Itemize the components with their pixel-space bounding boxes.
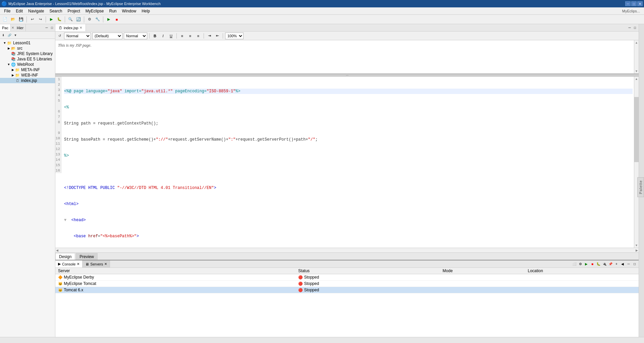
- refresh-button[interactable]: 🔄: [75, 16, 82, 23]
- undo-button[interactable]: ↩: [29, 16, 36, 23]
- close-button[interactable]: ✕: [637, 1, 643, 6]
- settings-button[interactable]: ⚙: [86, 16, 93, 23]
- servers-tab-close[interactable]: ✕: [104, 262, 107, 266]
- tab-pac-close[interactable]: ✕: [11, 26, 15, 30]
- menu-project[interactable]: Project: [65, 8, 83, 14]
- console-stop-server-button[interactable]: ■: [590, 261, 595, 267]
- redo-button[interactable]: ↪: [37, 16, 44, 23]
- split-handle[interactable]: ⋯: [55, 74, 639, 77]
- tree-toggle-webinf[interactable]: ▶: [11, 74, 15, 77]
- bold-button[interactable]: B: [152, 33, 158, 39]
- align-left-button[interactable]: ≡: [179, 33, 185, 39]
- table-row[interactable]: 🐱 Tomcat 6.x 🔴 Stopped: [55, 287, 639, 293]
- console-debug-button[interactable]: 🐛: [596, 261, 601, 267]
- editor-maximize-button[interactable]: □: [633, 26, 637, 30]
- source-view[interactable]: 1 2 3 4 5 6 7 8 9 10: [55, 77, 634, 248]
- console-minimize-button[interactable]: ─: [626, 261, 631, 267]
- scroll-down-arrow[interactable]: ▼: [635, 244, 638, 247]
- minimize-button[interactable]: ─: [625, 1, 631, 6]
- menu-help[interactable]: Help: [139, 8, 153, 14]
- tree-item-lesson01[interactable]: ▼ 📁 Lesson01: [0, 40, 55, 46]
- console-collapse-button[interactable]: ◀: [620, 261, 625, 267]
- menu-run[interactable]: Run: [106, 8, 119, 14]
- code-content[interactable]: <%@ page language="java" import="java.ut…: [63, 77, 634, 248]
- tab-indexjsp[interactable]: 🗒 index.jsp ✕: [55, 24, 86, 31]
- console-clear-button[interactable]: ⬜: [572, 261, 577, 267]
- open-button[interactable]: 📂: [9, 16, 17, 23]
- console-disconnect-button[interactable]: 🔌: [602, 261, 607, 267]
- tree-item-javaee[interactable]: 📚 Java EE 5 Libraries: [0, 56, 55, 62]
- editor-minimize-button[interactable]: ─: [627, 26, 632, 30]
- menu-bar: File Edit Navigate Search Project MyEcli…: [0, 7, 644, 15]
- paragraph-style-select[interactable]: Normal: [64, 33, 91, 39]
- preferences-button[interactable]: 🔧: [94, 16, 101, 23]
- editor-tabs: 🗒 index.jsp ✕ ─ □: [55, 24, 639, 32]
- console-settings-button[interactable]: ⚙: [578, 261, 583, 267]
- tab-hierarchy[interactable]: Hier: [15, 24, 26, 31]
- server-stop[interactable]: ■: [113, 16, 120, 23]
- maximize-panel-button[interactable]: □: [50, 26, 54, 30]
- indent-button[interactable]: ⇥: [206, 33, 213, 39]
- table-row[interactable]: 🔶 MyEclipse Derby 🔴 Stopped: [55, 274, 639, 281]
- menu-myeclipse[interactable]: MyEclipse: [83, 8, 107, 14]
- palette-panel[interactable]: Palette: [639, 24, 644, 337]
- menu-file[interactable]: File: [1, 8, 13, 14]
- outdent-button[interactable]: ⇤: [214, 33, 221, 39]
- separator4: [84, 16, 84, 22]
- tab-design[interactable]: Design: [55, 253, 75, 260]
- tab-close-indexjsp[interactable]: ✕: [79, 26, 82, 30]
- underline-button[interactable]: U: [168, 33, 174, 39]
- tree-item-indexjsp[interactable]: 🗒 index.jsp: [0, 78, 55, 83]
- align-right-button[interactable]: ≡: [195, 33, 202, 39]
- scroll-right-arrow[interactable]: ▶: [636, 249, 638, 252]
- console-add-button[interactable]: +: [614, 261, 619, 267]
- tab-preview[interactable]: Preview: [76, 253, 98, 260]
- menu-window[interactable]: Window: [119, 8, 139, 14]
- console-tab-close[interactable]: ✕: [77, 262, 79, 266]
- tree-toggle-lesson01[interactable]: ▼: [3, 41, 7, 45]
- code-line-3: String path = request.getContextPath();: [64, 121, 633, 126]
- tab-package-explorer[interactable]: Pac: [0, 24, 11, 31]
- tree-item-jre[interactable]: 📚 JRE System Library: [0, 51, 55, 56]
- new-button[interactable]: 📄: [1, 16, 9, 23]
- console-pin-button[interactable]: 📌: [608, 261, 613, 267]
- debug-button[interactable]: 🐛: [56, 16, 63, 23]
- tomcat-status-icon: 🔴: [298, 282, 303, 286]
- save-button[interactable]: 💾: [17, 16, 25, 23]
- run-button[interactable]: ▶: [48, 16, 55, 23]
- tab-console[interactable]: ▶ Console ✕: [55, 260, 83, 267]
- tab-servers[interactable]: 🖥 Servers ✕: [83, 260, 110, 267]
- tree-item-webroot[interactable]: ▼ 🌐 WebRoot: [0, 62, 55, 67]
- zoom-select[interactable]: 100%: [225, 33, 244, 39]
- tree-toggle-metainf[interactable]: ▶: [11, 68, 15, 71]
- tree-toggle-src[interactable]: ▶: [7, 47, 11, 50]
- tree-item-webinf[interactable]: ▶ 📁 WEB-INF: [0, 72, 55, 78]
- collapse-all-button[interactable]: ⬇: [1, 33, 6, 38]
- console-maximize-button[interactable]: □: [632, 261, 637, 267]
- source-scrollbar[interactable]: ▲ ▼: [634, 77, 639, 248]
- menu-navigate[interactable]: Navigate: [25, 8, 47, 14]
- design-scrollbar[interactable]: ▲ ▼: [634, 40, 639, 74]
- size-select[interactable]: Normal: [124, 33, 147, 39]
- scroll-left-arrow[interactable]: ◀: [56, 249, 58, 252]
- table-row[interactable]: 🐱 MyEclipse Tomcat 🔴 Stopped: [55, 281, 639, 287]
- format-refresh-button[interactable]: ↺: [57, 33, 63, 39]
- italic-button[interactable]: I: [160, 33, 166, 39]
- source-hscrollbar[interactable]: ◀ ▶: [55, 248, 639, 252]
- tree-toggle-webroot[interactable]: ▼: [7, 63, 11, 66]
- console-start-server-button[interactable]: ▶: [584, 261, 589, 267]
- font-select[interactable]: (Default): [92, 33, 122, 39]
- tree-item-metainf[interactable]: ▶ 📁 META-INF: [0, 67, 55, 72]
- search-button[interactable]: 🔍: [67, 16, 74, 23]
- tree-item-src[interactable]: ▶ 📂 src: [0, 46, 55, 51]
- scroll-up-arrow[interactable]: ▲: [635, 77, 638, 81]
- derby-icon: 🔶: [58, 275, 63, 279]
- server-start[interactable]: ▶: [105, 16, 112, 23]
- maximize-button[interactable]: □: [631, 1, 637, 6]
- minimize-panel-button[interactable]: ─: [44, 26, 49, 30]
- menu-search[interactable]: Search: [47, 8, 65, 14]
- view-menu-button[interactable]: ▼: [13, 33, 18, 38]
- menu-edit[interactable]: Edit: [13, 8, 25, 14]
- align-center-button[interactable]: ≡: [187, 33, 194, 39]
- link-with-editor-button[interactable]: 🔗: [7, 33, 12, 38]
